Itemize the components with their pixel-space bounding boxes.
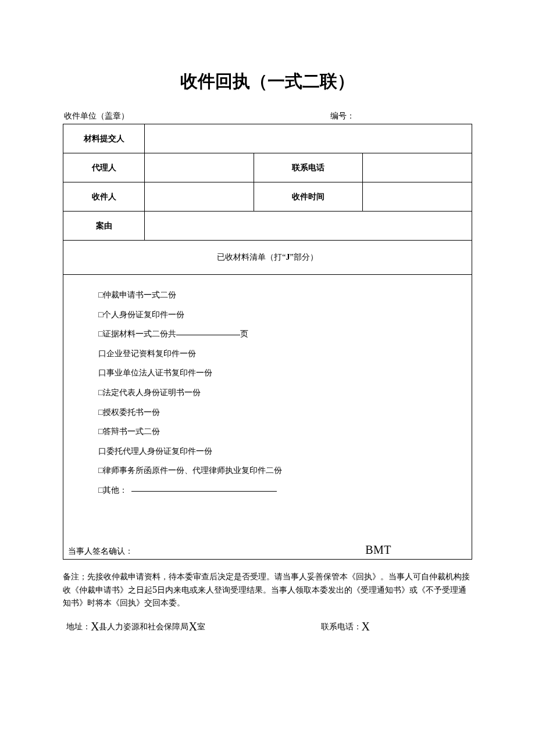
receiver-label: 收件人	[63, 182, 145, 212]
phone-label: 联系电话	[254, 153, 363, 182]
checklist-item[interactable]: 口事业单位法人证书复印件一份	[98, 363, 437, 383]
checklist-item-other[interactable]: □其他：	[98, 481, 437, 500]
agent-label: 代理人	[63, 153, 145, 182]
address-text: 地址：X县人力姿源和社会保障局X室	[63, 620, 321, 633]
checklist-header-suffix: ”部分）	[290, 253, 318, 261]
checklist-item-evidence-prefix: □证据材料一式二份共	[98, 329, 176, 338]
address-label: 地址：	[66, 622, 91, 631]
receiving-unit-label: 收件单位（盖章）	[64, 111, 129, 121]
remark-text: 备注；先接收仲裁申请资料，待本委审查后决定是否受理。请当事人妥善保管本《回执》。…	[63, 571, 472, 610]
address-x1: X	[91, 620, 99, 633]
address-x2: X	[188, 620, 197, 633]
checklist-item[interactable]: □仲裁申请书一式二份	[98, 285, 437, 305]
cause-label: 案由	[63, 212, 145, 241]
remark-days: 5	[152, 585, 157, 594]
address-mid1: 县人力姿源和社会保障局	[99, 622, 188, 631]
checklist-header: 已收材料清单（打“J”部分）	[63, 241, 472, 275]
checklist-item-evidence-suffix: 页	[240, 329, 248, 338]
page-title: 收件回执（一式二联）	[63, 70, 472, 94]
receive-time-value[interactable]	[363, 182, 472, 212]
checklist-item[interactable]: □个人身份证复印件一份	[98, 305, 437, 325]
contact-phone-label: 联系电话：	[321, 622, 362, 631]
checklist-item[interactable]: 口委托代理人身份证复印件一份	[98, 442, 437, 461]
submitter-value[interactable]	[145, 124, 472, 153]
checklist-item-other-label: □其他：	[98, 486, 127, 495]
evidence-pages-field[interactable]	[176, 335, 240, 335]
checklist-item[interactable]: □答辩书一式二份	[98, 422, 437, 442]
header-row: 收件单位（盖章） 编号：	[63, 111, 472, 121]
contact-phone-x: X	[362, 620, 370, 633]
submitter-label: 材料提交人	[63, 124, 145, 153]
address-row: 地址：X县人力姿源和社会保障局X室 联系电话：X	[63, 620, 472, 633]
receiver-value[interactable]	[145, 182, 254, 212]
checklist-item-evidence[interactable]: □证据材料一式二份共页	[98, 324, 437, 344]
signature-label: 当事人签名确认：	[68, 546, 133, 557]
serial-number: 编号：	[330, 111, 355, 121]
form-table: 材料提交人 代理人 联系电话 收件人 收件时间 案由 已收材料清单（打“J”部分…	[63, 124, 472, 560]
other-field[interactable]	[131, 491, 277, 492]
checklist-item[interactable]: 口企业登记资料复印件一份	[98, 344, 437, 364]
checklist-item[interactable]: □律师事务所函原件一份、代理律师执业复印件二份	[98, 461, 437, 481]
checklist-header-prefix: 已收材料清单（打“	[217, 253, 286, 261]
checklist-area: □仲裁申请书一式二份 □个人身份证复印件一份 □证据材料一式二份共页 口企业登记…	[63, 275, 472, 541]
checklist-item[interactable]: □授权委托书一份	[98, 403, 437, 422]
bmt-text: BMT	[365, 543, 391, 557]
receive-time-label: 收件时间	[254, 182, 363, 212]
contact-phone-text: 联系电话：X	[321, 620, 370, 633]
cause-value[interactable]	[145, 212, 472, 241]
serial-number-label: 编号：	[330, 112, 355, 120]
address-mid2: 室	[197, 622, 205, 631]
agent-value[interactable]	[145, 153, 254, 182]
checklist-item[interactable]: □法定代表人身份证明书一份	[98, 383, 437, 403]
signature-cell: 当事人签名确认： BMT	[63, 541, 472, 560]
phone-value[interactable]	[363, 153, 472, 182]
checklist-header-j: J	[286, 253, 290, 261]
